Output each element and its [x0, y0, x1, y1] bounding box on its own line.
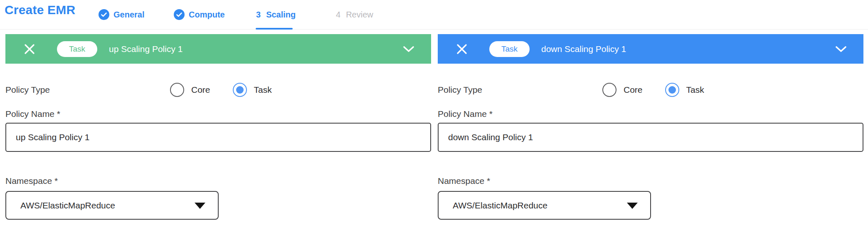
- scale-up-policy-header-bar[interactable]: Task up Scaling Policy 1: [5, 34, 431, 64]
- radio-checked-icon: [233, 83, 247, 97]
- scale-up-policy-panel: Task up Scaling Policy 1 Policy Type Cor…: [5, 34, 431, 220]
- scale-up-policy-form: Policy Type Core Task Policy Name * Name…: [5, 82, 431, 220]
- radio-option-core[interactable]: Core: [602, 83, 643, 97]
- active-step-underline: [256, 28, 293, 30]
- policy-type-label: Policy Type: [438, 85, 482, 95]
- policy-type-radio-group: Core Task: [602, 82, 704, 97]
- step-label: General: [113, 10, 144, 20]
- step-general[interactable]: General: [99, 0, 144, 29]
- step-review[interactable]: 4 Review: [336, 0, 373, 29]
- radio-unchecked-icon: [602, 83, 616, 97]
- scale-down-policy-panel: Task down Scaling Policy 1 Policy Type C…: [438, 34, 863, 220]
- radio-label: Task: [254, 85, 272, 95]
- check-circle-icon: [99, 9, 109, 20]
- close-icon[interactable]: [24, 43, 35, 55]
- radio-label: Core: [191, 85, 210, 95]
- namespace-select-value: AWS/ElasticMapReduce: [20, 201, 115, 211]
- policy-type-radio-group: Core Task: [170, 82, 272, 97]
- step-label: Scaling: [266, 10, 296, 20]
- dropdown-caret-icon: [195, 203, 205, 209]
- radio-label: Core: [624, 85, 643, 95]
- policy-type-row: Policy Type Core Task: [438, 82, 863, 97]
- dropdown-caret-icon: [627, 203, 638, 209]
- policy-name-label: Policy Name *: [5, 109, 431, 119]
- step-number: 3: [256, 10, 261, 20]
- scale-down-policy-form: Policy Type Core Task Policy Name * Name…: [438, 82, 863, 220]
- close-icon[interactable]: [456, 43, 468, 55]
- namespace-label: Namespace *: [5, 176, 431, 186]
- step-compute[interactable]: Compute: [174, 0, 225, 29]
- panel-title: down Scaling Policy 1: [541, 44, 835, 54]
- step-scaling[interactable]: 3 Scaling: [256, 0, 296, 29]
- policy-type-label: Policy Type: [5, 85, 50, 95]
- radio-unchecked-icon: [170, 83, 184, 97]
- step-label: Compute: [189, 10, 225, 20]
- step-number: 4: [336, 10, 340, 20]
- namespace-select[interactable]: AWS/ElasticMapReduce: [438, 191, 651, 220]
- policy-type-row: Policy Type Core Task: [5, 82, 431, 97]
- page-title: Create EMR: [5, 3, 75, 17]
- radio-checked-icon: [665, 83, 679, 97]
- radio-option-task[interactable]: Task: [665, 83, 704, 97]
- scale-down-policy-header-bar[interactable]: Task down Scaling Policy 1: [438, 34, 863, 64]
- namespace-label: Namespace *: [438, 176, 863, 186]
- chevron-down-icon[interactable]: [403, 46, 414, 52]
- panel-title: up Scaling Policy 1: [109, 44, 403, 54]
- radio-option-task[interactable]: Task: [233, 83, 272, 97]
- namespace-select[interactable]: AWS/ElasticMapReduce: [5, 191, 219, 220]
- step-label: Review: [346, 10, 373, 20]
- create-emr-page: Create EMR General Compute 3 Scaling 4 R…: [0, 0, 868, 228]
- task-badge: Task: [57, 41, 97, 57]
- check-circle-icon: [174, 9, 185, 20]
- policy-name-input[interactable]: [438, 123, 863, 152]
- chevron-down-icon[interactable]: [835, 46, 847, 52]
- namespace-select-value: AWS/ElasticMapReduce: [453, 201, 547, 211]
- task-badge: Task: [489, 41, 530, 57]
- policy-name-label: Policy Name *: [438, 109, 863, 119]
- radio-label: Task: [686, 85, 704, 95]
- radio-option-core[interactable]: Core: [170, 83, 210, 97]
- wizard-header: Create EMR General Compute 3 Scaling 4 R…: [0, 0, 868, 30]
- policy-name-input[interactable]: [5, 123, 431, 152]
